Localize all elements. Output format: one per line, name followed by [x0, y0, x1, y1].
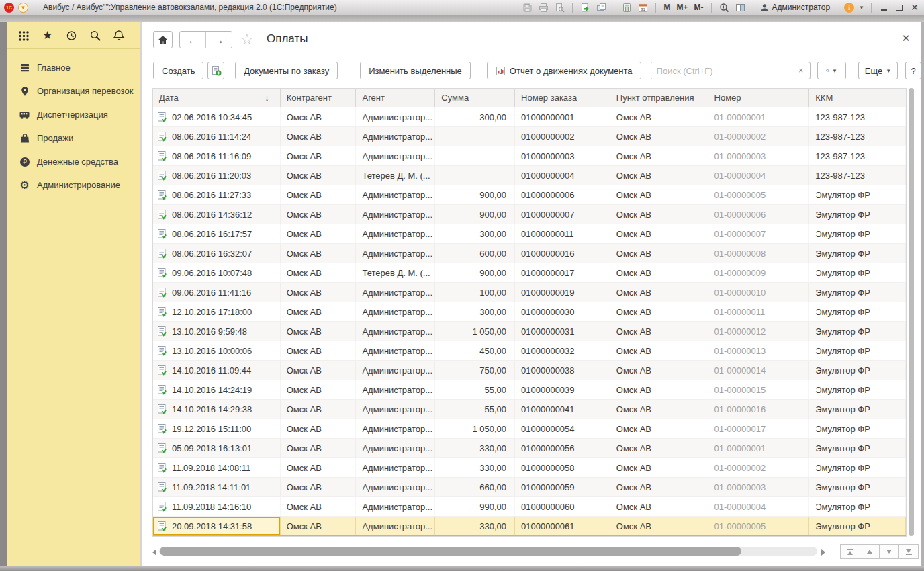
cell-departure-point[interactable]: Омск АВ	[610, 439, 708, 457]
cell-agent[interactable]: Администратор...	[356, 497, 435, 516]
cell-date[interactable]: 19.12.2016 15:11:00	[153, 419, 281, 438]
edit-selected-button[interactable]: Изменить выделенные	[360, 62, 471, 79]
cell-agent[interactable]: Администратор...	[356, 341, 435, 360]
cell-number[interactable]: 01-00000005	[708, 517, 810, 535]
cell-date[interactable]: 08.06.2016 11:27:33	[153, 185, 281, 204]
sidebar-item-administrirovanie[interactable]: ⚙ Администрирование	[7, 173, 140, 197]
cell-date[interactable]: 05.09.2018 16:13:01	[153, 439, 281, 457]
column-header-number[interactable]: Номер	[708, 89, 810, 107]
cell-date[interactable]: 11.09.2018 14:16:10	[153, 497, 281, 516]
cell-kkm[interactable]: Эмулятор ФР	[809, 263, 906, 282]
cell-number[interactable]: 01-00000012	[708, 322, 810, 341]
table-row[interactable]: 08.06.2016 11:14:24Омск АВАдминистратор.…	[153, 127, 906, 146]
cell-number[interactable]: 01-00000003	[708, 478, 810, 496]
cell-sum[interactable]: 1 050,00	[435, 419, 515, 438]
cell-date[interactable]: 08.06.2016 11:20:03	[153, 166, 281, 185]
cell-agent[interactable]: Администратор...	[356, 283, 435, 302]
cell-kkm[interactable]: Эмулятор ФР	[809, 224, 906, 243]
cell-departure-point[interactable]: Омск АВ	[610, 166, 708, 185]
cell-kkm[interactable]: Эмулятор ФР	[809, 478, 906, 496]
cell-agent[interactable]: Тетерев Д. М. (...	[356, 166, 435, 185]
maximize-button[interactable]	[894, 3, 905, 12]
cell-departure-point[interactable]: Омск АВ	[610, 224, 708, 243]
cell-kkm[interactable]: Эмулятор ФР	[809, 517, 906, 535]
cell-sum[interactable]: 300,00	[435, 302, 515, 321]
cell-date[interactable]: 08.06.2016 14:36:12	[153, 205, 281, 224]
cell-order-number[interactable]: 01000000032	[515, 341, 610, 360]
cell-counterparty[interactable]: Омск АВ	[281, 419, 357, 438]
cell-sum[interactable]: 100,00	[435, 283, 515, 302]
notifications-bell-icon[interactable]	[113, 30, 125, 42]
cell-agent[interactable]: Администратор...	[356, 127, 435, 146]
table-row[interactable]: 05.09.2018 16:13:01Омск АВАдминистратор.…	[153, 439, 906, 458]
cell-sum[interactable]	[435, 146, 515, 165]
cell-agent[interactable]: Администратор...	[356, 322, 435, 341]
cell-agent[interactable]: Администратор...	[356, 146, 435, 165]
table-row[interactable]: 14.10.2016 14:29:38Омск АВАдминистратор.…	[153, 400, 906, 419]
column-header-kkm[interactable]: ККМ	[809, 89, 906, 107]
cell-sum[interactable]: 300,00	[435, 224, 515, 243]
cell-kkm[interactable]: 123-987-123	[809, 107, 906, 126]
cell-counterparty[interactable]: Омск АВ	[281, 361, 357, 380]
cell-counterparty[interactable]: Омск АВ	[281, 244, 357, 263]
cell-date[interactable]: 14.10.2016 14:29:38	[153, 400, 281, 419]
table-row[interactable]: 08.06.2016 11:27:33Омск АВАдминистратор.…	[153, 185, 906, 205]
next-row-button[interactable]	[879, 544, 899, 559]
cell-sum[interactable]: 300,00	[435, 107, 515, 126]
forward-button[interactable]: →	[206, 32, 232, 48]
cell-date[interactable]: 12.10.2016 17:18:00	[153, 302, 281, 321]
cell-date[interactable]: 08.06.2016 16:32:07	[153, 244, 281, 263]
cell-date[interactable]: 09.06.2016 10:07:48	[153, 263, 281, 282]
cell-agent[interactable]: Администратор...	[356, 224, 435, 243]
cell-order-number[interactable]: 01000000006	[515, 185, 610, 204]
print-icon[interactable]	[538, 2, 549, 13]
cell-order-number[interactable]: 01000000019	[515, 283, 610, 302]
cell-agent[interactable]: Администратор...	[356, 400, 435, 419]
cell-number[interactable]: 01-00000007	[708, 224, 810, 243]
table-row[interactable]: 19.12.2016 15:11:00Омск АВАдминистратор.…	[153, 419, 906, 439]
attach-file-icon[interactable]	[580, 2, 591, 13]
cell-departure-point[interactable]: Омск АВ	[610, 107, 708, 126]
table-row[interactable]: 11.09.2018 14:11:01Омск АВАдминистратор.…	[153, 478, 906, 497]
cell-sum[interactable]: 330,00	[435, 439, 515, 457]
close-form-button[interactable]: ✕	[900, 32, 912, 44]
cell-number[interactable]: 01-00000003	[708, 146, 810, 165]
column-header-order-number[interactable]: Номер заказа	[515, 89, 610, 107]
cell-departure-point[interactable]: Омск АВ	[610, 419, 708, 438]
cell-counterparty[interactable]: Омск АВ	[281, 400, 357, 419]
cell-order-number[interactable]: 01000000054	[515, 419, 610, 438]
cell-sum[interactable]: 330,00	[435, 458, 515, 477]
cell-date[interactable]: 13.10.2016 9:59:48	[153, 322, 281, 341]
cell-sum[interactable]: 330,00	[435, 517, 515, 535]
calculator-icon[interactable]	[621, 2, 633, 13]
cell-number[interactable]: 01-00000015	[708, 380, 810, 399]
cell-departure-point[interactable]: Омск АВ	[610, 341, 708, 360]
cell-number[interactable]: 01-00000014	[708, 361, 810, 380]
cell-departure-point[interactable]: Омск АВ	[610, 361, 708, 380]
history-icon[interactable]	[65, 30, 77, 42]
cell-kkm[interactable]: Эмулятор ФР	[809, 185, 906, 204]
table-row[interactable]: 09.06.2016 11:41:16Омск АВАдминистратор.…	[153, 283, 906, 302]
cell-order-number[interactable]: 01000000007	[515, 205, 610, 224]
hscroll-left-arrow[interactable]	[152, 549, 156, 556]
sidebar-item-prodazhi[interactable]: Продажи	[7, 126, 140, 150]
search-icon[interactable]	[89, 30, 101, 42]
cell-order-number[interactable]: 01000000039	[515, 380, 610, 399]
column-header-agent[interactable]: Агент	[356, 89, 435, 107]
cell-order-number[interactable]: 01000000060	[515, 497, 610, 516]
cell-departure-point[interactable]: Омск АВ	[610, 244, 708, 263]
cell-kkm[interactable]: Эмулятор ФР	[809, 400, 906, 419]
cell-date[interactable]: 20.09.2018 14:31:58	[153, 517, 281, 535]
cell-date[interactable]: 08.06.2016 11:16:09	[153, 146, 281, 165]
cell-departure-point[interactable]: Омск АВ	[610, 185, 708, 204]
help-button[interactable]: ?	[905, 62, 921, 79]
cell-departure-point[interactable]: Омск АВ	[610, 497, 708, 516]
column-header-counterparty[interactable]: Контрагент	[281, 89, 357, 107]
sidebar-item-dispetcherizaciya[interactable]: Диспетчеризация	[7, 103, 140, 126]
sidebar-item-denezhnye-sredstva[interactable]: ₽ Денежные средства	[7, 150, 140, 173]
sidebar-item-organizaciya-perevozok[interactable]: Организация перевозок	[7, 79, 140, 103]
cell-counterparty[interactable]: Омск АВ	[281, 205, 357, 224]
cell-agent[interactable]: Администратор...	[356, 380, 435, 399]
cell-counterparty[interactable]: Омск АВ	[281, 283, 357, 302]
cell-kkm[interactable]: Эмулятор ФР	[809, 458, 906, 477]
